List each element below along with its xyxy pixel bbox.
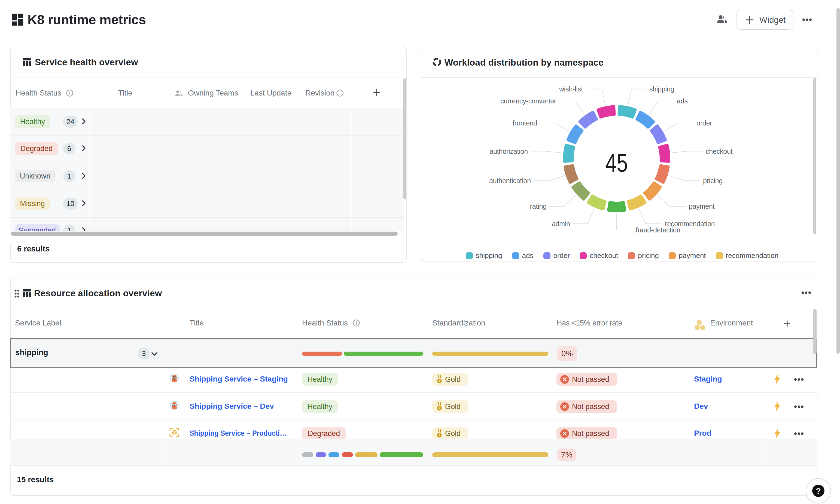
svg-text:ads: ads <box>677 97 688 105</box>
svg-text:pricing: pricing <box>703 177 723 184</box>
svg-text:checkout: checkout <box>706 147 733 155</box>
svg-text:admin: admin <box>552 220 570 228</box>
svg-text:order: order <box>697 119 712 127</box>
svg-text:authentication: authentication <box>489 177 531 184</box>
svg-text:45: 45 <box>606 148 628 177</box>
svg-text:payment: payment <box>689 202 715 210</box>
svg-text:frontend: frontend <box>513 119 537 127</box>
svg-text:rating: rating <box>530 202 547 210</box>
svg-text:authorization: authorization <box>489 147 528 155</box>
svg-text:shipping: shipping <box>649 85 675 93</box>
svg-text:currency-converter: currency-converter <box>500 97 556 105</box>
svg-text:wish-list: wish-list <box>559 85 583 93</box>
svg-text:fraud-detection: fraud-detection <box>636 226 680 234</box>
